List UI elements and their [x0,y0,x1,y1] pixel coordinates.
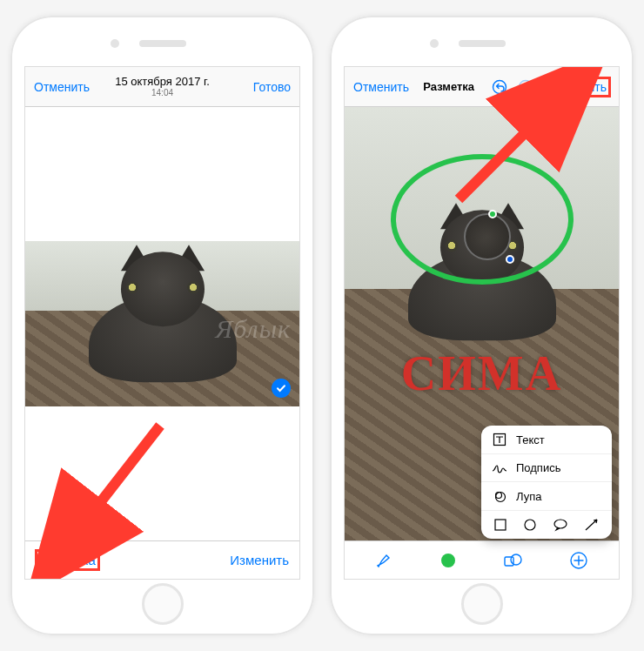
redo-icon [516,77,535,97]
nav-title-label: Разметка [423,80,474,93]
cancel-button[interactable]: Отменить [353,80,409,94]
magnifier-handle-blue[interactable] [506,255,514,264]
popover-label: Лупа [516,490,541,503]
svg-point-8 [496,493,506,502]
nav-title: Разметка [423,80,474,94]
signature-icon [492,462,507,474]
markup-magnifier[interactable] [464,213,511,260]
svg-point-4 [511,554,521,565]
magnifier-handle-green[interactable] [488,210,497,218]
magnifier-icon [492,489,507,503]
undo-icon[interactable] [490,77,509,97]
markup-text[interactable]: СИМА [345,346,619,401]
add-popover: Текст Подпись Лупа [481,426,612,539]
phone-camera [111,39,119,48]
phone-right: Отменить Разметка Сохранить [330,16,634,635]
markup-toolbar [345,540,619,579]
markup-button[interactable]: Разметка [36,550,99,570]
phone-speaker [139,40,186,47]
navbar: Отменить Разметка Сохранить [345,67,619,107]
phone-left: Отменить 15 октября 2017 г. 14:04 Готово [10,16,314,635]
svg-point-7 [496,493,502,499]
popover-shapes-row [481,511,612,539]
bottom-bar: Разметка Изменить [25,540,299,579]
cancel-button[interactable]: Отменить [34,80,90,94]
popover-item-signature[interactable]: Подпись [481,454,612,482]
svg-point-11 [554,520,567,528]
popover-label: Подпись [516,461,560,474]
screen-right: Отменить Разметка Сохранить [344,66,620,580]
nav-date: 15 октября 2017 г. [115,75,210,88]
nav-time: 14:04 [115,88,210,98]
popover-item-magnifier[interactable]: Лупа [481,482,612,511]
photo-area: Яблык [25,107,299,540]
save-button[interactable]: Сохранить [542,77,610,97]
done-button[interactable]: Готово [253,80,291,94]
shapes-tool-icon[interactable] [503,551,522,570]
svg-rect-3 [505,557,513,566]
shape-rect-icon[interactable] [493,518,507,532]
home-button[interactable] [142,583,184,625]
photo[interactable]: Яблык [25,241,299,406]
add-tool-icon[interactable] [569,551,588,570]
shape-circle-icon[interactable] [523,518,537,532]
navbar: Отменить 15 октября 2017 г. 14:04 Готово [25,67,299,107]
pen-tool-icon[interactable] [375,551,394,570]
selected-check-icon [272,379,291,398]
nav-title: 15 октября 2017 г. 14:04 [115,75,210,99]
shape-arrow-icon[interactable] [584,518,600,532]
watermark: Яблык [216,314,292,344]
svg-point-10 [525,520,535,530]
color-picker-button[interactable] [441,554,455,567]
home-button[interactable] [461,583,503,625]
phone-camera [430,39,439,48]
text-icon [492,433,507,446]
popover-label: Текст [516,433,545,446]
screen-left: Отменить 15 октября 2017 г. 14:04 Готово [24,66,300,580]
popover-item-text[interactable]: Текст [481,426,612,454]
edit-button[interactable]: Изменить [230,553,289,567]
phone-speaker [459,40,506,47]
svg-rect-9 [495,520,506,530]
shape-bubble-icon[interactable] [553,518,568,532]
